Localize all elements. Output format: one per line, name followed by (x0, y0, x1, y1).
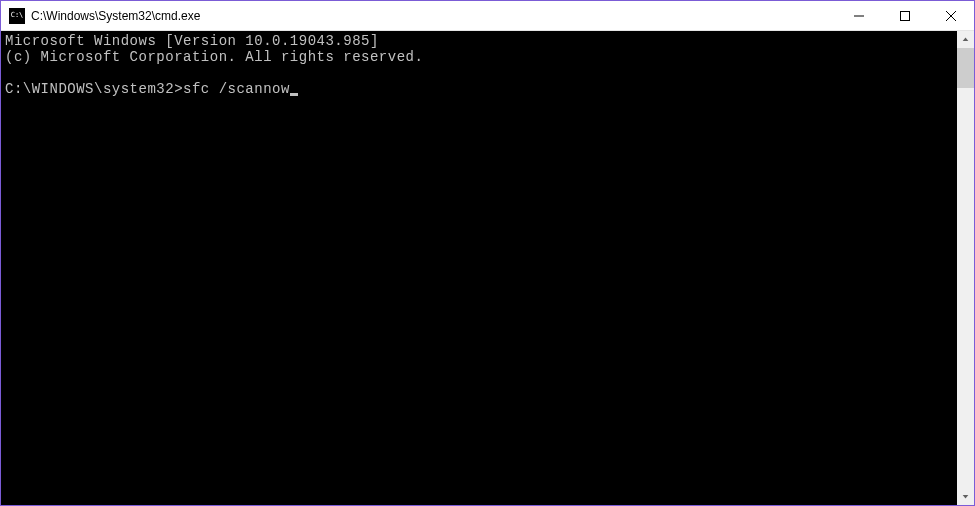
scroll-track[interactable] (957, 48, 974, 488)
chevron-down-icon (962, 493, 969, 500)
window-title: C:\Windows\System32\cmd.exe (31, 9, 836, 23)
maximize-button[interactable] (882, 1, 928, 30)
cmd-icon: C:\ (9, 8, 25, 24)
close-button[interactable] (928, 1, 974, 30)
terminal-container: Microsoft Windows [Version 10.0.19043.98… (1, 31, 974, 505)
minimize-icon (854, 11, 864, 21)
chevron-up-icon (962, 36, 969, 43)
prompt: C:\WINDOWS\system32> (5, 81, 183, 97)
window-controls (836, 1, 974, 30)
command-input: sfc /scannow (183, 81, 290, 97)
terminal[interactable]: Microsoft Windows [Version 10.0.19043.98… (1, 31, 957, 505)
maximize-icon (900, 11, 910, 21)
cursor (290, 93, 298, 96)
titlebar: C:\ C:\Windows\System32\cmd.exe (1, 1, 974, 31)
minimize-button[interactable] (836, 1, 882, 30)
cmd-icon-label: C:\ (11, 12, 24, 19)
scroll-thumb[interactable] (957, 48, 974, 88)
scroll-down-button[interactable] (957, 488, 974, 505)
scroll-up-button[interactable] (957, 31, 974, 48)
terminal-line-1: Microsoft Windows [Version 10.0.19043.98… (5, 33, 379, 49)
svg-rect-1 (901, 11, 910, 20)
scrollbar[interactable] (957, 31, 974, 505)
close-icon (946, 11, 956, 21)
terminal-line-2: (c) Microsoft Corporation. All rights re… (5, 49, 423, 65)
